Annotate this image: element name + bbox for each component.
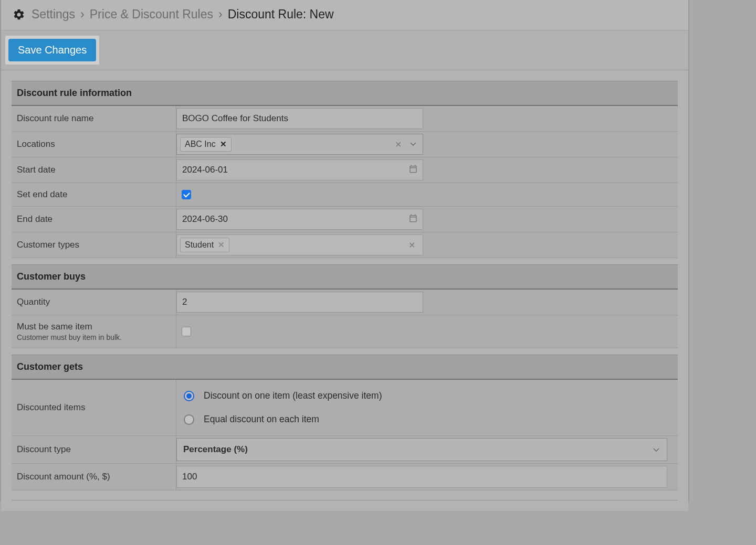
tag-location-label: ABC Inc [185, 140, 216, 149]
row-set-end-date: Set end date [12, 183, 678, 207]
row-discounted-items: Discounted items Discount on one item (l… [12, 380, 678, 436]
label-end-date: End date [12, 207, 176, 232]
row-customer-types: Customer types Student ✕ ✕ [12, 232, 678, 258]
select-customer-types[interactable]: Student ✕ ✕ [176, 234, 423, 255]
label-start-date: Start date [12, 157, 176, 183]
label-discounted-items: Discounted items [12, 380, 176, 435]
calendar-icon[interactable] [408, 213, 418, 225]
input-start-date[interactable] [176, 159, 423, 180]
breadcrumb-settings[interactable]: Settings [32, 7, 75, 22]
row-start-date: Start date [12, 157, 678, 183]
select-locations[interactable]: ABC Inc ✕ ✕ [176, 134, 423, 155]
label-set-end-date: Set end date [12, 183, 176, 206]
checkbox-set-end-date[interactable] [182, 190, 191, 199]
radio-label-each: Equal discount on each item [204, 414, 319, 425]
label-locations: Locations [12, 132, 176, 157]
chevron-right-icon: › [80, 7, 85, 22]
row-rule-name: Discount rule name [12, 106, 678, 132]
tag-location: ABC Inc ✕ [180, 137, 232, 152]
tag-customer-type-label: Student [185, 240, 214, 250]
chevron-right-icon: › [218, 7, 223, 22]
radio-icon [184, 391, 194, 401]
label-same-item-main: Must be same item [17, 322, 171, 332]
row-quantity: Quantity [12, 290, 678, 315]
row-same-item: Must be same item Customer must buy item… [12, 315, 678, 348]
breadcrumb: Settings › Price & Discount Rules › Disc… [32, 7, 334, 22]
label-same-item-sub: Customer must buy item in bulk. [17, 333, 171, 341]
breadcrumb-rules[interactable]: Price & Discount Rules [90, 7, 213, 22]
gear-icon [13, 8, 25, 21]
label-discount-type: Discount type [12, 436, 176, 463]
remove-tag-icon[interactable]: ✕ [218, 240, 225, 250]
label-customer-types: Customer types [12, 232, 176, 258]
calendar-icon[interactable] [408, 164, 418, 176]
save-button-highlight: Save Changes [5, 36, 99, 65]
clear-select-icon[interactable]: ✕ [408, 240, 415, 250]
chevron-down-icon[interactable] [410, 142, 416, 146]
section-header-info: Discount rule information [12, 81, 678, 106]
clear-select-icon[interactable]: ✕ [395, 140, 402, 149]
footer-separator [12, 500, 678, 500]
select-discount-type-value: Percentage (%) [183, 444, 248, 455]
content-area: Discount rule information Discount rule … [1, 70, 688, 511]
input-quantity[interactable] [176, 292, 423, 313]
radio-label-one: Discount on one item (least expensive it… [204, 390, 382, 401]
remove-tag-icon[interactable]: ✕ [220, 140, 227, 149]
radio-discount-one[interactable]: Discount on one item (least expensive it… [184, 390, 382, 401]
page-header: Settings › Price & Discount Rules › Disc… [1, 0, 688, 30]
tag-customer-type: Student ✕ [180, 238, 229, 252]
label-discount-amount: Discount amount (%, $) [12, 464, 176, 490]
row-discount-amount: Discount amount (%, $) [12, 464, 678, 490]
toolbar: Save Changes [1, 30, 688, 70]
label-quantity: Quantity [12, 290, 176, 315]
row-end-date: End date [12, 207, 678, 232]
section-header-buys: Customer buys [12, 264, 678, 290]
save-button[interactable]: Save Changes [8, 39, 96, 61]
input-end-date[interactable] [176, 209, 423, 230]
row-locations: Locations ABC Inc ✕ ✕ [12, 132, 678, 157]
checkbox-same-item[interactable] [182, 327, 191, 336]
input-discount-amount[interactable] [176, 466, 667, 488]
label-rule-name: Discount rule name [12, 106, 176, 131]
label-same-item: Must be same item Customer must buy item… [12, 315, 176, 348]
chevron-down-icon [653, 444, 659, 455]
input-rule-name[interactable] [176, 108, 423, 129]
row-discount-type: Discount type Percentage (%) [12, 436, 678, 464]
radio-discount-each[interactable]: Equal discount on each item [184, 414, 382, 425]
select-discount-type[interactable]: Percentage (%) [176, 438, 667, 461]
section-header-gets: Customer gets [12, 355, 678, 380]
radio-icon [184, 414, 194, 425]
breadcrumb-current: Discount Rule: New [228, 7, 334, 22]
